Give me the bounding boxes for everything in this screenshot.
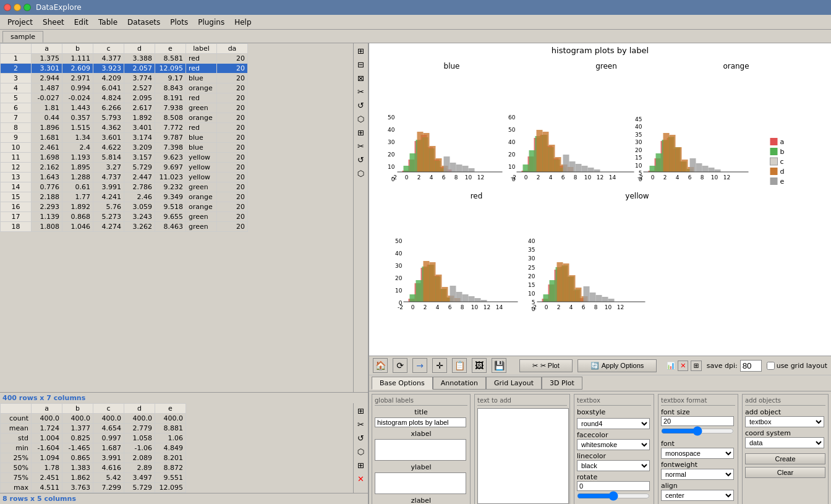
table-cell[interactable]: 20 (217, 133, 248, 143)
stats-row[interactable]: 75%2.4511.8625.423.4979.551 (1, 473, 186, 483)
table-row[interactable]: 111.6981.1935.8143.1579.623yellow20 (1, 153, 248, 163)
table-cell[interactable]: 9.697 (155, 163, 186, 173)
table-row[interactable]: 152.1881.774.2412.469.349orange20 (1, 192, 248, 202)
table-cell[interactable]: 20 (217, 163, 248, 173)
table-cell[interactable]: 7.398 (155, 143, 186, 153)
table-cell[interactable]: 3.991 (93, 182, 124, 192)
col-header-a[interactable]: a (32, 44, 62, 54)
table-cell[interactable]: 11.023 (155, 173, 186, 182)
stats-row[interactable]: 25%1.0940.8653.9912.0898.201 (1, 453, 186, 463)
use-grid-layout-label[interactable]: use grid layout (767, 362, 827, 370)
table-cell[interactable]: 1.487 (32, 83, 62, 93)
maximize-window-btn[interactable] (23, 4, 31, 11)
table-cell[interactable]: 3.059 (124, 202, 155, 212)
back-icon-btn[interactable]: ⟳ (393, 358, 407, 373)
table-cell[interactable]: 3.243 (124, 212, 155, 222)
table-cell[interactable]: 8.843 (155, 83, 186, 93)
table-cell[interactable]: orange (186, 192, 217, 202)
align-select[interactable]: center (661, 490, 734, 501)
table-cell[interactable]: 0.868 (62, 212, 93, 222)
stats-col-b[interactable]: b (62, 404, 93, 414)
menu-table[interactable]: Table (93, 17, 122, 28)
create-button[interactable]: Create (745, 453, 825, 464)
tab-base-options[interactable]: Base Options (372, 377, 433, 390)
table-cell[interactable]: 4.241 (93, 192, 124, 202)
table-cell[interactable]: 1.896 (32, 123, 62, 133)
stats-col-a[interactable]: a (32, 404, 62, 414)
use-grid-layout-checkbox[interactable] (767, 362, 775, 370)
table-cell[interactable]: 9.623 (155, 153, 186, 163)
table-cell[interactable]: 3.262 (124, 222, 155, 232)
table-cell[interactable]: yellow (186, 163, 217, 173)
table-cell[interactable]: 2.786 (124, 182, 155, 192)
table-cell[interactable]: 20 (217, 103, 248, 113)
table-cell[interactable]: 6.041 (93, 83, 124, 93)
save-dpi-input[interactable] (740, 360, 762, 372)
table-cell[interactable]: 1.681 (32, 133, 62, 143)
stats-icon-copy[interactable]: ⊞ (355, 404, 367, 417)
row-number[interactable]: 8 (1, 123, 32, 133)
table-cell[interactable]: orange (186, 83, 217, 93)
icon-import[interactable]: ✂ (355, 140, 367, 152)
table-cell[interactable]: 2.944 (32, 74, 62, 83)
table-cell[interactable]: 4.362 (93, 123, 124, 133)
row-number[interactable]: 18 (1, 222, 32, 232)
text-to-add-input[interactable] (477, 408, 569, 504)
crosshair-icon-btn[interactable]: ✛ (432, 358, 447, 373)
row-number[interactable]: 2 (1, 64, 32, 74)
table-cell[interactable]: 3.774 (124, 74, 155, 83)
table-row[interactable]: 140.7760.613.9912.7869.232green20 (1, 182, 248, 192)
table-cell[interactable]: 0.994 (62, 83, 93, 93)
table-cell[interactable]: 1.34 (62, 133, 93, 143)
table-cell[interactable]: 20 (217, 143, 248, 153)
table-cell[interactable]: 20 (217, 64, 248, 74)
table-row[interactable]: 32.9442.9714.2093.7749.17blue20 (1, 74, 248, 83)
table-cell[interactable]: 1.643 (32, 173, 62, 182)
xlabel-input[interactable] (375, 439, 466, 461)
menu-datasets[interactable]: Datasets (122, 17, 165, 28)
stats-col-e[interactable]: e (155, 404, 186, 414)
table-cell[interactable]: 5.729 (124, 163, 155, 173)
menu-edit[interactable]: Edit (69, 17, 93, 28)
clear-button[interactable]: Clear (745, 467, 825, 478)
row-number[interactable]: 12 (1, 163, 32, 173)
col-header-da[interactable]: da (217, 44, 248, 54)
table-cell[interactable]: 5.793 (93, 113, 124, 123)
menu-help[interactable]: Help (229, 17, 256, 28)
table-row[interactable]: 11.3751.1114.3773.3888.581red20 (1, 54, 248, 64)
close-window-btn[interactable] (4, 4, 11, 11)
menu-plugins[interactable]: Plugins (193, 17, 229, 28)
table-cell[interactable]: 20 (217, 153, 248, 163)
tab-sample[interactable]: sample (2, 31, 43, 43)
stats-col-d[interactable]: d (124, 404, 155, 414)
table-cell[interactable]: 2.617 (124, 103, 155, 113)
table-cell[interactable]: 1.111 (62, 54, 93, 64)
table-cell[interactable]: 4.824 (93, 93, 124, 103)
stats-row[interactable]: mean1.7241.3774.6542.7798.881 (1, 424, 186, 434)
row-number[interactable]: 10 (1, 143, 32, 153)
row-number[interactable]: 14 (1, 182, 32, 192)
apply-options-button[interactable]: 🔄 Apply Options (577, 359, 657, 372)
table-row[interactable]: 171.1390.8685.2733.2439.655green20 (1, 212, 248, 222)
table-cell[interactable]: 20 (217, 93, 248, 103)
table-cell[interactable]: 8.191 (155, 93, 186, 103)
table-cell[interactable]: -0.024 (62, 93, 93, 103)
table-cell[interactable]: 9.232 (155, 182, 186, 192)
table-cell[interactable]: red (186, 64, 217, 74)
linecolor-select[interactable]: black (577, 460, 650, 471)
icon-refresh[interactable]: ↺ (355, 153, 367, 166)
stats-icon-export[interactable]: ⊞ (355, 459, 367, 471)
row-number[interactable]: 5 (1, 93, 32, 103)
table-cell[interactable]: 2.162 (32, 163, 62, 173)
icon-sort[interactable]: ⬡ (355, 113, 367, 125)
table-row[interactable]: 41.4870.9946.0412.5278.843orange20 (1, 83, 248, 93)
table-cell[interactable]: 5.273 (93, 212, 124, 222)
table-cell[interactable]: 2.095 (124, 93, 155, 103)
table-row[interactable]: 70.440.3575.7931.8928.508orange20 (1, 113, 248, 123)
table-cell[interactable]: 20 (217, 54, 248, 64)
icon-paste[interactable]: ⊟ (355, 58, 367, 70)
table-cell[interactable]: 3.174 (124, 133, 155, 143)
minimize-window-btn[interactable] (14, 4, 21, 11)
table-cell[interactable]: 20 (217, 192, 248, 202)
table-cell[interactable]: 20 (217, 202, 248, 212)
